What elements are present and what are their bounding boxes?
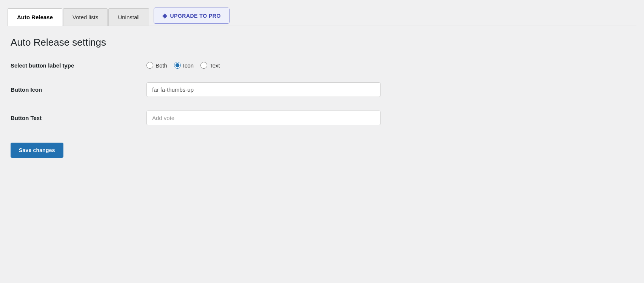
button-label-type-control: Both Icon Text xyxy=(146,62,381,69)
tab-auto-release[interactable]: Auto Release xyxy=(8,8,62,26)
diamond-icon: ◈ xyxy=(162,12,167,19)
radio-option-both[interactable]: Both xyxy=(146,62,167,69)
tab-uninstall[interactable]: Uninstall xyxy=(108,8,149,26)
save-changes-button[interactable]: Save changes xyxy=(11,143,63,158)
radio-option-text[interactable]: Text xyxy=(200,62,220,69)
button-label-type-row: Select button label type Both Icon Text xyxy=(11,62,633,69)
button-text-label: Button Text xyxy=(11,115,146,121)
upgrade-to-pro-button[interactable]: ◈ UPGRADE TO PRO xyxy=(154,8,230,24)
button-text-control xyxy=(146,111,381,125)
button-label-type-label: Select button label type xyxy=(11,62,146,69)
radio-both[interactable] xyxy=(146,62,153,69)
radio-both-label: Both xyxy=(156,62,167,69)
page-wrapper: Auto Release Voted lists Uninstall ◈ UPG… xyxy=(0,0,644,283)
tabs-bar: Auto Release Voted lists Uninstall ◈ UPG… xyxy=(8,8,636,26)
radio-icon-label: Icon xyxy=(183,62,194,69)
button-icon-row: Button Icon xyxy=(11,82,633,97)
button-icon-input[interactable] xyxy=(146,82,381,97)
content-area: Auto Release settings Select button labe… xyxy=(8,37,636,158)
button-icon-label: Button Icon xyxy=(11,86,146,93)
radio-icon[interactable] xyxy=(174,62,181,69)
tab-voted-lists[interactable]: Voted lists xyxy=(63,8,108,26)
radio-option-icon[interactable]: Icon xyxy=(174,62,194,69)
button-icon-control xyxy=(146,82,381,97)
radio-text-label: Text xyxy=(210,62,220,69)
upgrade-button-label: UPGRADE TO PRO xyxy=(170,13,220,19)
radio-text[interactable] xyxy=(200,62,207,69)
page-heading: Auto Release settings xyxy=(11,37,633,48)
button-text-row: Button Text xyxy=(11,111,633,125)
button-text-input[interactable] xyxy=(146,111,381,125)
